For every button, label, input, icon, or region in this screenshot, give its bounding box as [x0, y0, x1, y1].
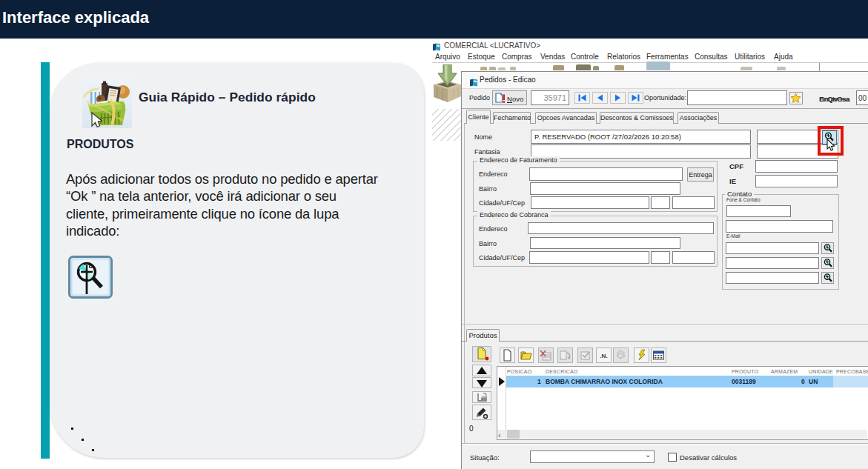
- svg-text:.N.: .N.: [600, 353, 607, 359]
